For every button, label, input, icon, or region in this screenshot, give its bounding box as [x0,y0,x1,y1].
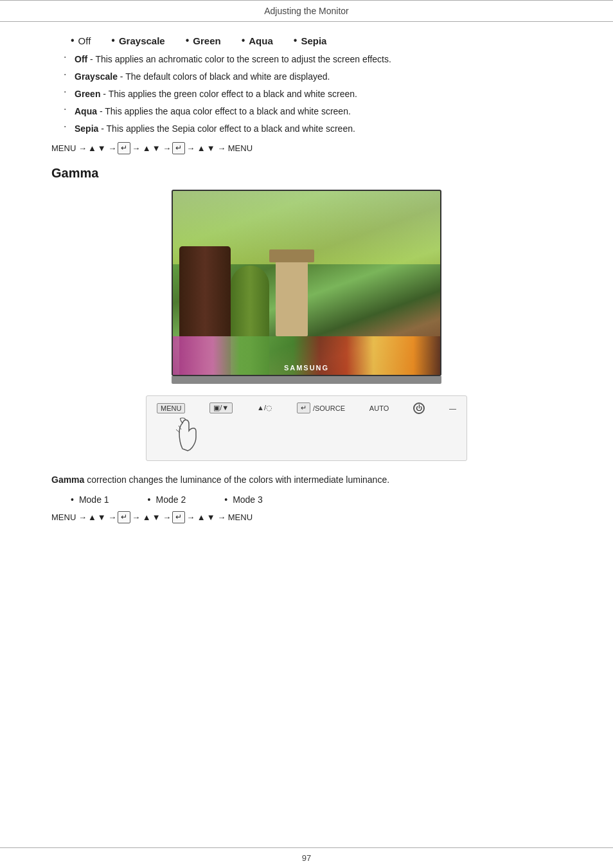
menu-control: MENU [157,403,185,413]
option-green-label: Green [193,35,220,46]
gamma-description: Gamma correction changes the luminance o… [51,473,562,487]
auto-label: AUTO [369,404,389,412]
mode1-label: Mode 1 [79,494,109,505]
option-sepia-label: Sepia [301,35,326,46]
page-footer: 97 [0,847,613,868]
samsung-label: SAMSUNG [284,364,329,372]
mode3-label: Mode 3 [233,494,263,505]
updown-btn: ▣/▼ [209,402,233,413]
option-sepia: • Sepia [294,35,327,46]
main-content: • Off • Grayscale • Green • Aqua • Sepia… [0,35,613,523]
color-descriptions-list: • Off - This applies an achromatic color… [64,53,562,136]
gamma-nav-sequence: MENU → ▲ ▼ → ↵ → ▲ ▼ → ↵ → ▲ ▼ → MENU [51,511,562,523]
finger-icon [170,417,202,452]
power-button: ⏻ [413,402,425,414]
list-item: • Green - This applies the green color e… [64,87,562,101]
option-off: • Off [71,35,91,46]
source-control: ↵ /SOURCE [297,402,345,413]
mode2-dot: • [148,494,151,505]
mode3-item: • Mode 3 [224,494,263,505]
gamma-section-title: Gamma [51,166,562,181]
list-item: • Aqua - This applies the aqua color eff… [64,105,562,118]
bullet-dot: • [64,123,69,131]
mode2-label: Mode 2 [156,494,186,505]
auto-control: AUTO [369,404,389,412]
option-aqua-label: Aqua [249,35,273,46]
color-nav-sequence: MENU → ▲ ▼ → ↵ → ▲ ▼ → ↵ → ▲ ▼ → MENU [51,142,562,154]
menu-btn-label: MENU [157,403,185,413]
color-options-row: • Off • Grayscale • Green • Aqua • Sepia [71,35,562,46]
bullet-dot: • [294,35,298,46]
monitor-bottom-bar [172,376,441,384]
bullet-dot: • [64,71,69,78]
bullet-dot: • [186,35,190,46]
list-item: • Off - This applies an achromatic color… [64,53,562,66]
finger-indicator [170,417,456,454]
bullet-dot: • [64,106,69,113]
monitor-controls: MENU ▣/▼ ▲/◌ ↵ /SOURCE AUTO ⏻ — [146,395,467,461]
option-grayscale: • Grayscale [111,35,164,46]
source-btn: ↵ [297,402,310,413]
desc-sepia: Sepia - This applies the Sepia color eff… [75,122,355,136]
list-item: • Grayscale - The default colors of blac… [64,70,562,84]
mode2-item: • Mode 2 [148,494,186,505]
up-o-control: ▲/◌ [257,404,272,412]
monitor-screen: SAMSUNG [172,190,441,376]
mode-options-row: • Mode 1 • Mode 2 • Mode 3 [71,494,562,505]
up-o-label: ▲/◌ [257,404,272,412]
screen-inner: SAMSUNG [173,191,440,375]
header-title: Adjusting the Monitor [264,6,349,16]
desc-aqua: Aqua - This applies the aqua color effec… [75,105,351,118]
dash-label: — [449,404,456,412]
option-aqua: • Aqua [242,35,273,46]
mode1-dot: • [71,494,74,505]
mode1-item: • Mode 1 [71,494,109,505]
source-label: /SOURCE [313,404,345,412]
page-header: Adjusting the Monitor [0,0,613,22]
bullet-dot: • [71,35,75,46]
gamma-term: Gamma [51,475,84,485]
bullet-dot: • [111,35,115,46]
pagoda [276,259,308,336]
monitor-image: SAMSUNG [51,190,562,384]
page-number: 97 [302,853,311,863]
option-off-label: Off [78,35,91,46]
option-green: • Green [186,35,221,46]
desc-grayscale: Grayscale - The default colors of black … [75,70,330,84]
mode3-dot: • [224,494,227,505]
desc-off: Off - This applies an achromatic color t… [75,53,391,66]
option-grayscale-label: Grayscale [119,35,165,46]
controls-row: MENU ▣/▼ ▲/◌ ↵ /SOURCE AUTO ⏻ — [157,402,456,414]
updown-control: ▣/▼ [209,402,233,413]
gamma-desc-text: correction changes the luminance of the … [87,475,389,485]
bullet-dot: • [242,35,245,46]
desc-green: Green - This applies the green color eff… [75,87,357,101]
bullet-dot: • [64,89,69,96]
bullet-dot: • [64,54,69,61]
list-item: • Sepia - This applies the Sepia color e… [64,122,562,136]
